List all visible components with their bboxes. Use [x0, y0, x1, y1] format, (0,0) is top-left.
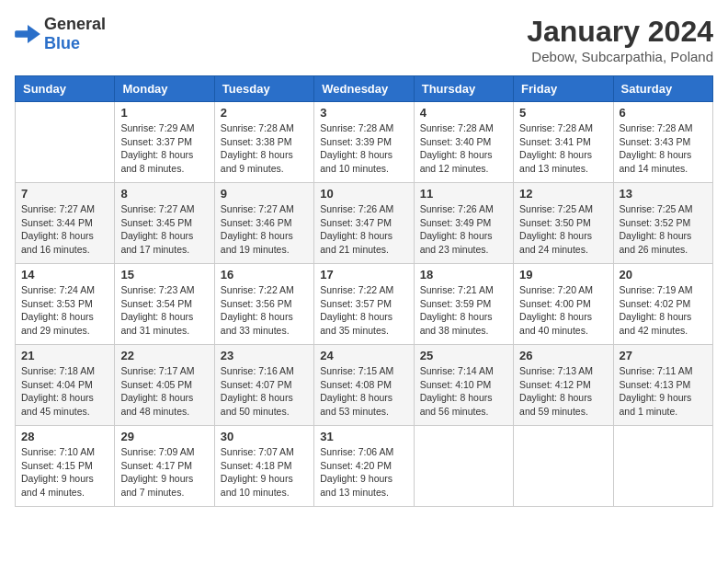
calendar-cell: 25Sunrise: 7:14 AM Sunset: 4:10 PM Dayli… — [414, 345, 513, 426]
calendar-cell: 17Sunrise: 7:22 AM Sunset: 3:57 PM Dayli… — [314, 264, 414, 345]
day-info: Sunrise: 7:20 AM Sunset: 4:00 PM Dayligh… — [519, 283, 607, 338]
calendar-cell: 20Sunrise: 7:19 AM Sunset: 4:02 PM Dayli… — [613, 264, 712, 345]
day-info: Sunrise: 7:27 AM Sunset: 3:45 PM Dayligh… — [120, 202, 208, 257]
week-row-1: 1Sunrise: 7:29 AM Sunset: 3:37 PM Daylig… — [16, 102, 713, 183]
calendar-cell: 21Sunrise: 7:18 AM Sunset: 4:04 PM Dayli… — [16, 345, 115, 426]
week-row-3: 14Sunrise: 7:24 AM Sunset: 3:53 PM Dayli… — [16, 264, 713, 345]
day-info: Sunrise: 7:15 AM Sunset: 4:08 PM Dayligh… — [320, 364, 407, 419]
calendar-cell: 9Sunrise: 7:27 AM Sunset: 3:46 PM Daylig… — [214, 183, 313, 264]
day-number: 1 — [120, 106, 208, 120]
location-title: Debow, Subcarpathia, Poland — [527, 49, 713, 64]
calendar-cell: 1Sunrise: 7:29 AM Sunset: 3:37 PM Daylig… — [115, 102, 214, 183]
logo-text-general: General — [44, 15, 106, 33]
day-header-sunday: Sunday — [16, 76, 115, 102]
day-header-tuesday: Tuesday — [214, 76, 313, 102]
calendar-cell: 29Sunrise: 7:09 AM Sunset: 4:17 PM Dayli… — [115, 426, 214, 507]
day-header-monday: Monday — [115, 76, 214, 102]
day-number: 25 — [420, 349, 507, 362]
calendar-cell: 24Sunrise: 7:15 AM Sunset: 4:08 PM Dayli… — [314, 345, 414, 426]
day-number: 3 — [320, 106, 407, 120]
calendar-cell: 27Sunrise: 7:11 AM Sunset: 4:13 PM Dayli… — [613, 345, 712, 426]
day-info: Sunrise: 7:25 AM Sunset: 3:50 PM Dayligh… — [519, 202, 607, 257]
day-number: 29 — [120, 430, 208, 443]
day-header-friday: Friday — [514, 76, 613, 102]
day-info: Sunrise: 7:19 AM Sunset: 4:02 PM Dayligh… — [620, 283, 707, 338]
calendar-cell: 30Sunrise: 7:07 AM Sunset: 4:18 PM Dayli… — [214, 426, 313, 507]
day-info: Sunrise: 7:17 AM Sunset: 4:05 PM Dayligh… — [120, 364, 208, 419]
day-info: Sunrise: 7:16 AM Sunset: 4:07 PM Dayligh… — [221, 364, 308, 419]
day-number: 17 — [320, 268, 407, 282]
day-info: Sunrise: 7:25 AM Sunset: 3:52 PM Dayligh… — [620, 202, 707, 257]
day-info: Sunrise: 7:22 AM Sunset: 3:57 PM Dayligh… — [320, 283, 407, 338]
day-info: Sunrise: 7:26 AM Sunset: 3:47 PM Dayligh… — [320, 202, 407, 257]
day-number: 4 — [420, 106, 507, 120]
header: General Blue January 2024 Debow, Subcarp… — [15, 15, 713, 64]
calendar-cell: 19Sunrise: 7:20 AM Sunset: 4:00 PM Dayli… — [514, 264, 613, 345]
day-number: 13 — [620, 187, 707, 201]
calendar-cell: 7Sunrise: 7:27 AM Sunset: 3:44 PM Daylig… — [16, 183, 115, 264]
calendar-cell: 13Sunrise: 7:25 AM Sunset: 3:52 PM Dayli… — [613, 183, 712, 264]
calendar-cell: 22Sunrise: 7:17 AM Sunset: 4:05 PM Dayli… — [115, 345, 214, 426]
day-info: Sunrise: 7:28 AM Sunset: 3:39 PM Dayligh… — [320, 121, 407, 176]
calendar-cell: 26Sunrise: 7:13 AM Sunset: 4:12 PM Dayli… — [514, 345, 613, 426]
calendar-cell — [16, 102, 115, 183]
calendar-cell: 3Sunrise: 7:28 AM Sunset: 3:39 PM Daylig… — [314, 102, 414, 183]
day-number: 24 — [320, 349, 407, 362]
day-number: 21 — [21, 349, 108, 362]
day-number: 10 — [320, 187, 407, 201]
day-info: Sunrise: 7:27 AM Sunset: 3:46 PM Dayligh… — [221, 202, 308, 257]
day-number: 7 — [21, 187, 108, 201]
day-number: 20 — [620, 268, 707, 282]
day-info: Sunrise: 7:10 AM Sunset: 4:15 PM Dayligh… — [21, 445, 108, 500]
day-info: Sunrise: 7:09 AM Sunset: 4:17 PM Dayligh… — [120, 445, 208, 500]
day-info: Sunrise: 7:22 AM Sunset: 3:56 PM Dayligh… — [221, 283, 308, 338]
calendar-cell: 5Sunrise: 7:28 AM Sunset: 3:41 PM Daylig… — [514, 102, 613, 183]
day-number: 18 — [420, 268, 507, 282]
day-info: Sunrise: 7:21 AM Sunset: 3:59 PM Dayligh… — [420, 283, 507, 338]
calendar-cell: 14Sunrise: 7:24 AM Sunset: 3:53 PM Dayli… — [16, 264, 115, 345]
day-number: 19 — [519, 268, 607, 282]
svg-marker-1 — [28, 25, 40, 43]
day-info: Sunrise: 7:11 AM Sunset: 4:13 PM Dayligh… — [620, 364, 707, 419]
month-title: January 2024 — [527, 15, 713, 49]
calendar-cell: 18Sunrise: 7:21 AM Sunset: 3:59 PM Dayli… — [414, 264, 513, 345]
day-info: Sunrise: 7:23 AM Sunset: 3:54 PM Dayligh… — [120, 283, 208, 338]
calendar-cell: 6Sunrise: 7:28 AM Sunset: 3:43 PM Daylig… — [613, 102, 712, 183]
day-number: 12 — [519, 187, 607, 201]
day-info: Sunrise: 7:07 AM Sunset: 4:18 PM Dayligh… — [221, 445, 308, 500]
day-info: Sunrise: 7:28 AM Sunset: 3:43 PM Dayligh… — [620, 121, 707, 176]
day-info: Sunrise: 7:28 AM Sunset: 3:41 PM Dayligh… — [519, 121, 607, 176]
calendar-cell: 12Sunrise: 7:25 AM Sunset: 3:50 PM Dayli… — [514, 183, 613, 264]
calendar-table: SundayMondayTuesdayWednesdayThursdayFrid… — [15, 75, 713, 507]
day-number: 23 — [221, 349, 308, 362]
day-number: 28 — [21, 430, 108, 443]
day-number: 9 — [221, 187, 308, 201]
logo-icon — [15, 25, 40, 43]
calendar-cell: 28Sunrise: 7:10 AM Sunset: 4:15 PM Dayli… — [16, 426, 115, 507]
title-area: January 2024 Debow, Subcarpathia, Poland — [527, 15, 713, 64]
day-number: 16 — [221, 268, 308, 282]
calendar-cell: 23Sunrise: 7:16 AM Sunset: 4:07 PM Dayli… — [214, 345, 313, 426]
calendar-cell: 10Sunrise: 7:26 AM Sunset: 3:47 PM Dayli… — [314, 183, 414, 264]
day-header-thursday: Thursday — [414, 76, 513, 102]
calendar-cell: 11Sunrise: 7:26 AM Sunset: 3:49 PM Dayli… — [414, 183, 513, 264]
day-number: 22 — [120, 349, 208, 362]
week-row-4: 21Sunrise: 7:18 AM Sunset: 4:04 PM Dayli… — [16, 345, 713, 426]
day-number: 14 — [21, 268, 108, 282]
calendar-cell — [414, 426, 513, 507]
day-info: Sunrise: 7:13 AM Sunset: 4:12 PM Dayligh… — [519, 364, 607, 419]
week-row-5: 28Sunrise: 7:10 AM Sunset: 4:15 PM Dayli… — [16, 426, 713, 507]
day-number: 30 — [221, 430, 308, 443]
calendar-cell — [514, 426, 613, 507]
days-header-row: SundayMondayTuesdayWednesdayThursdayFrid… — [16, 76, 713, 102]
day-number: 26 — [519, 349, 607, 362]
calendar-cell: 4Sunrise: 7:28 AM Sunset: 3:40 PM Daylig… — [414, 102, 513, 183]
day-number: 8 — [120, 187, 208, 201]
calendar-cell: 16Sunrise: 7:22 AM Sunset: 3:56 PM Dayli… — [214, 264, 313, 345]
day-info: Sunrise: 7:18 AM Sunset: 4:04 PM Dayligh… — [21, 364, 108, 419]
day-info: Sunrise: 7:29 AM Sunset: 3:37 PM Dayligh… — [120, 121, 208, 176]
day-info: Sunrise: 7:28 AM Sunset: 3:38 PM Dayligh… — [221, 121, 308, 176]
day-header-saturday: Saturday — [613, 76, 712, 102]
day-number: 15 — [120, 268, 208, 282]
day-info: Sunrise: 7:06 AM Sunset: 4:20 PM Dayligh… — [320, 445, 407, 500]
